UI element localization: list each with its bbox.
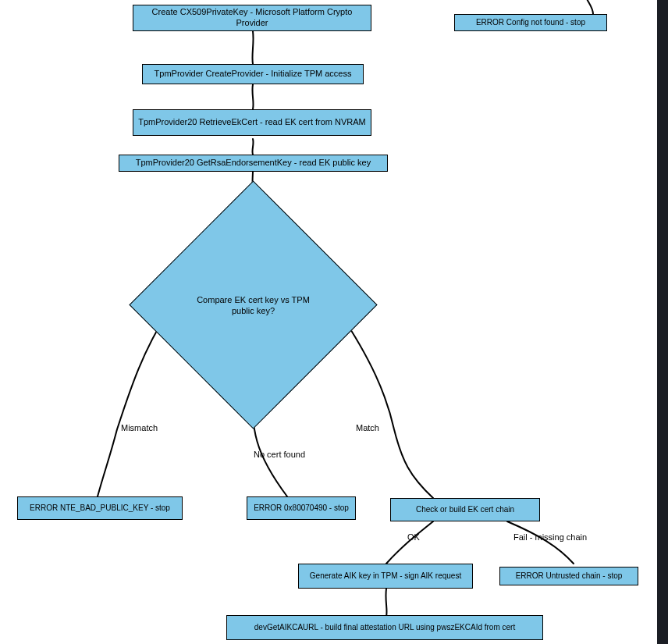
node-label: Check or build EK cert chain bbox=[416, 505, 514, 515]
node-label: Compare EK cert key vs TPM public key? bbox=[191, 294, 316, 316]
process-create-cx509privatekey: Create CX509PrivateKey - Microsoft Platf… bbox=[133, 5, 371, 31]
edge-label-match: Match bbox=[356, 423, 379, 432]
node-label: ERROR Config not found - stop bbox=[476, 18, 585, 28]
process-retrieve-ek-cert: TpmProvider20 RetrieveEkCert - read EK c… bbox=[133, 109, 371, 136]
process-error-untrusted-chain: ERROR Untrusted chain - stop bbox=[499, 567, 638, 585]
process-error-nte-bad-public-key: ERROR NTE_BAD_PUBLIC_KEY - stop bbox=[17, 496, 183, 520]
node-label: devGetAIKCAURL - build final attestation… bbox=[254, 623, 515, 633]
process-dev-get-aik-ca-url: devGetAIKCAURL - build final attestation… bbox=[226, 615, 543, 640]
process-error-0x80070490: ERROR 0x80070490 - stop bbox=[247, 496, 356, 520]
process-error-config-not-found: ERROR Config not found - stop bbox=[454, 14, 607, 31]
right-dark-strip bbox=[657, 0, 668, 644]
node-label: ERROR NTE_BAD_PUBLIC_KEY - stop bbox=[30, 503, 170, 514]
process-tpm-create-provider: TpmProvider CreateProvider - Initialize … bbox=[142, 64, 364, 84]
edge-label-ok: OK bbox=[407, 532, 420, 542]
process-generate-aik-key: Generate AIK key in TPM - sign AIK reque… bbox=[298, 564, 473, 589]
node-label: TpmProvider CreateProvider - Initialize … bbox=[155, 69, 352, 80]
process-get-rsa-endorsement-key: TpmProvider20 GetRsaEndorsementKey - rea… bbox=[119, 155, 388, 172]
decision-compare-ek-cert: Compare EK cert key vs TPM public key? bbox=[165, 217, 341, 393]
node-label: Create CX509PrivateKey - Microsoft Platf… bbox=[138, 7, 366, 29]
node-label: TpmProvider20 RetrieveEkCert - read EK c… bbox=[138, 117, 366, 128]
node-label: Generate AIK key in TPM - sign AIK reque… bbox=[310, 571, 461, 582]
edge-label-no-cert: No cert found bbox=[254, 450, 305, 459]
node-label: TpmProvider20 GetRsaEndorsementKey - rea… bbox=[136, 158, 371, 169]
node-label: ERROR Untrusted chain - stop bbox=[516, 571, 623, 582]
edge-label-fail: Fail - missing chain bbox=[513, 532, 587, 542]
node-label: ERROR 0x80070490 - stop bbox=[254, 503, 349, 514]
flowchart-canvas: Create CX509PrivateKey - Microsoft Platf… bbox=[0, 0, 652, 644]
edge-label-mismatch: Mismatch bbox=[121, 423, 158, 432]
process-check-ek-cert-chain: Check or build EK cert chain bbox=[390, 498, 540, 521]
